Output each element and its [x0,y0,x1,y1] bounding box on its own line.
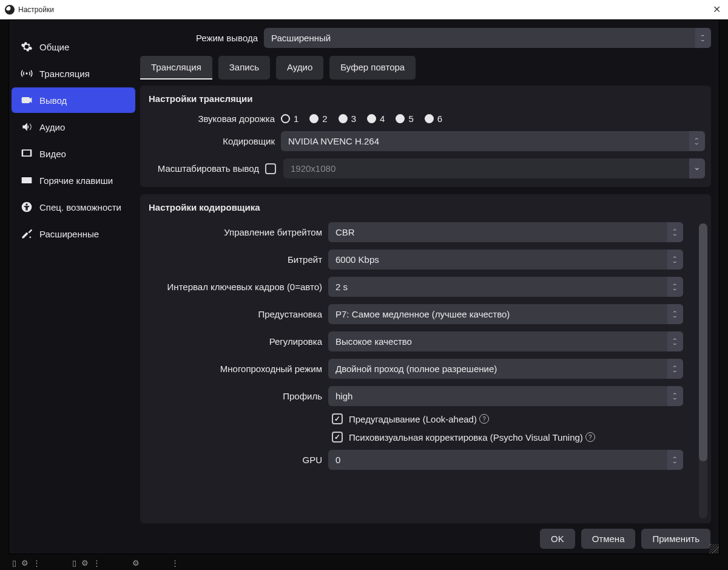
sidebar-item-label: Аудио [39,122,65,132]
content-area: Режим вывода Расширенный Трансляция Запи… [138,20,719,523]
rescale-label: Масштабировать вывод [146,163,265,174]
spinner-icon[interactable] [667,277,683,297]
radio-icon [425,114,434,123]
close-button[interactable]: ✕ [713,4,721,15]
sidebar: Общие Трансляция Вывод Аудио Видео Горяч… [9,20,138,523]
encoder-scroll-area[interactable]: Управление битрейтом CBR Битрейт 6000 Kb… [140,219,711,523]
output-mode-label: Режим вывода [140,33,264,43]
tab-audio[interactable]: Аудио [276,56,323,80]
os-tray: ▯ ⚙ ⋮ ▯ ⚙ ⋮ ⚙ ⋮ [0,555,728,570]
help-icon[interactable]: ? [479,414,489,424]
rate-control-dropdown[interactable]: CBR [328,222,683,242]
multipass-dropdown[interactable]: Двойной проход (полное разрешение) [328,359,683,379]
chevron-updown-icon[interactable] [667,331,683,351]
multipass-row: Многопроходный режим Двойной проход (пол… [140,355,689,382]
radio-icon [281,114,290,123]
sidebar-item-video[interactable]: Видео [12,141,135,166]
dialog-footer: OK Отмена Применить [9,523,719,554]
preset-dropdown[interactable]: P7: Самое медленное (лучшее качество) [328,304,683,324]
chevron-updown-icon[interactable] [667,222,683,242]
output-tabs: Трансляция Запись Аудио Буфер повтора [140,56,711,80]
sidebar-item-output[interactable]: Вывод [12,87,135,113]
audio-track-6[interactable]: 6 [425,114,442,124]
accessibility-icon [20,200,33,214]
spinner-icon[interactable] [667,249,683,270]
bitrate-label: Битрейт [146,254,328,265]
output-mode-dropdown[interactable]: Расширенный [264,28,711,48]
sidebar-item-general[interactable]: Общие [12,34,135,59]
output-icon [20,93,33,107]
cancel-button[interactable]: Отмена [581,529,636,549]
encoder-label: Кодировщик [146,136,281,146]
speaker-icon [20,120,33,134]
bitrate-spinbox[interactable]: 6000 Kbps [328,249,683,270]
sidebar-item-label: Спец. возможности [39,202,121,212]
profile-dropdown[interactable]: high [328,386,683,406]
multipass-label: Многопроходный режим [146,364,328,374]
obs-logo-icon [5,5,15,15]
audio-track-1[interactable]: 1 [281,114,298,124]
encoder-section-title: Настройки кодировщика [140,194,711,219]
radio-icon [339,114,348,123]
audio-track-label: Звуковая дорожка [146,114,281,124]
chevron-updown-icon[interactable] [695,28,711,48]
chevron-updown-icon[interactable] [667,359,683,379]
tray-icon: ⚙ [132,558,141,568]
ok-button[interactable]: OK [540,529,575,549]
sidebar-item-label: Общие [39,42,69,52]
sidebar-item-label: Расширенные [39,229,99,239]
chevron-updown-icon[interactable] [689,131,705,151]
sidebar-item-advanced[interactable]: Расширенные [12,221,135,246]
tab-replay-buffer[interactable]: Буфер повтора [329,56,416,80]
rescale-dropdown: 1920x1080 [283,158,705,178]
sidebar-item-stream[interactable]: Трансляция [12,61,135,86]
sidebar-item-label: Горячие клавиши [39,175,113,186]
settings-dialog: Общие Трансляция Вывод Аудио Видео Горяч… [8,19,720,554]
audio-track-2[interactable]: 2 [309,114,327,124]
gpu-row: GPU 0 [140,446,689,473]
tab-recording[interactable]: Запись [218,56,270,80]
rate-control-label: Управление битрейтом [146,227,328,237]
sidebar-item-label: Трансляция [39,69,90,79]
antenna-icon [20,67,33,80]
tuning-row: Регулировка Высокое качество [140,328,689,355]
chevron-updown-icon[interactable] [667,304,683,324]
apply-button[interactable]: Применить [641,529,710,549]
rescale-checkbox[interactable] [265,163,276,174]
profile-label: Профиль [146,391,328,401]
tray-icon: ▯ ⚙ ⋮ [72,558,102,568]
output-mode-row: Режим вывода Расширенный [140,28,711,48]
scrollbar-thumb[interactable] [699,223,707,461]
tools-icon [20,227,33,240]
lookahead-row: Предугадывание (Look-ahead) ? [140,410,689,428]
tab-streaming[interactable]: Трансляция [140,56,212,80]
encoder-dropdown[interactable]: NVIDIA NVENC H.264 [281,131,705,151]
lookahead-checkbox[interactable] [332,413,343,424]
resize-grip[interactable] [709,544,719,554]
audio-track-3[interactable]: 3 [339,114,356,124]
sidebar-item-accessibility[interactable]: Спец. возможности [12,194,135,220]
psyvis-checkbox[interactable] [332,432,343,443]
help-icon[interactable]: ? [585,432,595,442]
sidebar-item-hotkeys[interactable]: Горячие клавиши [12,168,135,193]
encoder-settings-section: Настройки кодировщика Управление битрейт… [140,194,711,523]
audio-track-4[interactable]: 4 [367,114,385,124]
radio-icon [367,114,376,123]
stream-section-title: Настройки трансляции [140,86,711,110]
sidebar-item-label: Вывод [39,95,67,106]
stream-settings-section: Настройки трансляции Звуковая дорожка 1 … [140,86,711,187]
monitor-icon [20,147,33,160]
sidebar-item-audio[interactable]: Аудио [12,114,135,140]
chevron-updown-icon[interactable] [667,386,683,406]
rescale-row: Масштабировать вывод 1920x1080 [140,155,711,187]
bitrate-row: Битрейт 6000 Kbps [140,246,689,273]
gpu-spinbox[interactable]: 0 [328,450,683,470]
tuning-dropdown[interactable]: Высокое качество [328,331,683,351]
audio-track-radios: 1 2 3 4 5 6 [281,114,705,124]
keyint-spinbox[interactable]: 2 s [328,277,683,297]
rescale-value: 1920x1080 [291,163,335,174]
psyvis-row: Психовизуальная корректировка (Psycho Vi… [140,428,689,446]
spinner-icon[interactable] [667,450,683,470]
radio-icon [309,114,318,123]
audio-track-5[interactable]: 5 [396,114,413,124]
